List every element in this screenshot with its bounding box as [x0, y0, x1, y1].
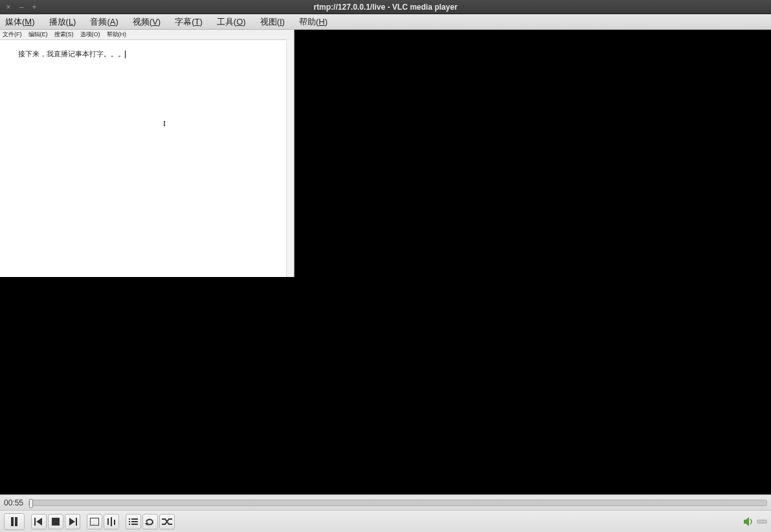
seek-handle[interactable] [29, 499, 33, 508]
equalizer-icon [107, 517, 116, 526]
notepad-menu-options[interactable]: 选项(O) [80, 30, 100, 39]
svg-rect-6 [76, 518, 77, 526]
close-window-button[interactable]: × [5, 3, 12, 12]
menu-subtitle[interactable]: 字幕(T) [175, 16, 203, 28]
seek-bar-row: 00:55 [0, 494, 771, 510]
fullscreen-button[interactable] [87, 514, 102, 529]
menu-media[interactable]: 媒体(M) [5, 16, 35, 28]
previous-button[interactable] [31, 514, 47, 529]
svg-marker-5 [69, 518, 75, 526]
svg-marker-3 [36, 518, 42, 526]
svg-rect-7 [90, 518, 99, 526]
notepad-menubar: 文件(F) 编辑(E) 搜索(S) 选项(O) 帮助(H) [0, 30, 294, 39]
stop-button[interactable] [48, 514, 63, 529]
pause-icon [10, 517, 18, 526]
next-button[interactable] [65, 514, 80, 529]
svg-rect-0 [11, 517, 14, 526]
playlist-button[interactable] [126, 514, 141, 529]
volume-button[interactable] [744, 517, 754, 526]
vlc-menubar: 媒体(M) 播放(L) 音频(A) 视频(V) 字幕(T) 工具(O) 视图(I… [0, 14, 771, 30]
window-buttons: × – + [0, 3, 43, 12]
stop-icon [52, 518, 60, 526]
playback-controls [0, 510, 771, 532]
notepad-menu-search[interactable]: 搜索(S) [54, 30, 74, 39]
svg-marker-17 [145, 522, 148, 526]
notepad-window: 文件(F) 编辑(E) 搜索(S) 选项(O) 帮助(H) 接下来，我直播记事本… [0, 30, 295, 277]
fullscreen-icon [90, 518, 99, 526]
skip-previous-icon [34, 518, 43, 526]
ibeam-cursor-icon: I [163, 119, 166, 129]
notepad-menu-edit[interactable]: 编辑(E) [28, 30, 48, 39]
menu-video[interactable]: 视频(V) [133, 16, 161, 28]
svg-rect-12 [131, 518, 138, 520]
notepad-scrollbar[interactable] [286, 39, 294, 277]
seek-slider[interactable] [28, 500, 767, 506]
svg-rect-8 [107, 518, 109, 525]
loop-button[interactable] [142, 514, 158, 529]
menu-tools[interactable]: 工具(O) [217, 16, 246, 28]
svg-rect-11 [129, 518, 130, 520]
notepad-text: 接下来，我直播记事本打字。。。 [18, 50, 125, 58]
menu-help[interactable]: 帮助(H) [299, 16, 328, 28]
extended-settings-button[interactable] [104, 514, 119, 529]
pause-button[interactable] [4, 513, 25, 530]
svg-rect-2 [34, 518, 36, 526]
svg-rect-10 [114, 520, 115, 525]
svg-rect-4 [52, 518, 60, 526]
svg-marker-18 [744, 517, 749, 526]
loop-icon [145, 518, 155, 526]
menu-audio[interactable]: 音频(A) [90, 16, 118, 28]
menu-playback[interactable]: 播放(L) [49, 16, 76, 28]
notepad-menu-file[interactable]: 文件(F) [3, 30, 22, 39]
window-titlebar[interactable]: × – + rtmp://127.0.0.1/live - VLC media … [0, 0, 771, 14]
svg-rect-9 [111, 517, 112, 526]
shuffle-button[interactable] [159, 514, 175, 529]
svg-rect-1 [15, 517, 17, 526]
notepad-menu-help[interactable]: 帮助(H) [107, 30, 127, 39]
svg-rect-16 [131, 524, 138, 525]
minimize-window-button[interactable]: – [18, 3, 25, 12]
svg-rect-15 [129, 524, 130, 525]
shuffle-icon [162, 518, 172, 526]
elapsed-time: 00:55 [4, 498, 23, 507]
speaker-icon [744, 517, 754, 526]
playlist-icon [129, 518, 138, 526]
svg-rect-13 [129, 521, 130, 522]
svg-rect-14 [131, 521, 138, 522]
video-output[interactable]: 文件(F) 编辑(E) 搜索(S) 选项(O) 帮助(H) 接下来，我直播记事本… [0, 30, 771, 494]
menu-view[interactable]: 视图(I) [260, 16, 285, 28]
volume-slider[interactable] [757, 520, 767, 524]
window-title: rtmp://127.0.0.1/live - VLC media player [0, 3, 771, 12]
skip-next-icon [68, 518, 77, 526]
text-caret [125, 50, 126, 58]
vlc-window: × – + rtmp://127.0.0.1/live - VLC media … [0, 0, 771, 532]
maximize-window-button[interactable]: + [31, 3, 38, 12]
notepad-textarea[interactable]: 接下来，我直播记事本打字。。。 I [0, 39, 294, 277]
